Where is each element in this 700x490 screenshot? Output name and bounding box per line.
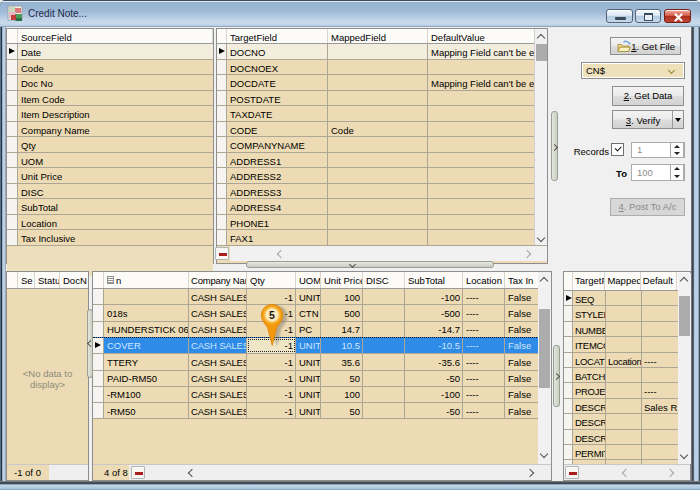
svg-text:5: 5 [269,309,275,321]
